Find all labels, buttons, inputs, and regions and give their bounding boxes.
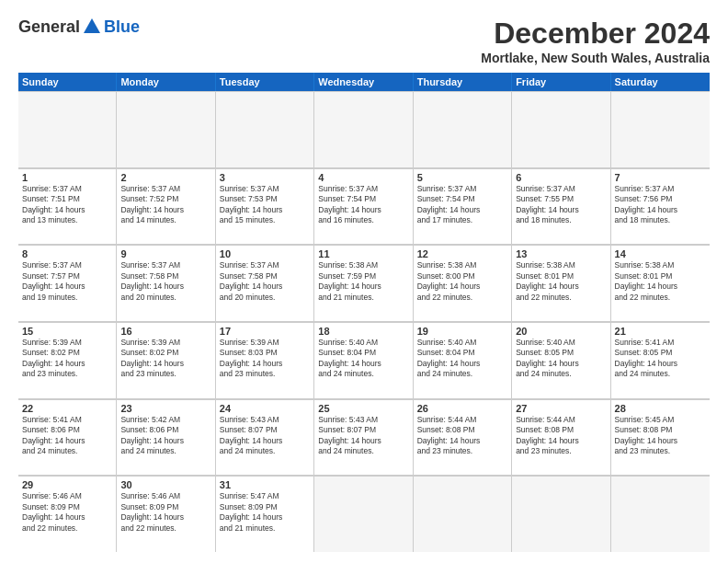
cell-info-5: Sunrise: 5:37 AMSunset: 7:54 PMDaylight:… — [417, 184, 507, 226]
day-cell-6: 6Sunrise: 5:37 AMSunset: 7:55 PMDaylight… — [512, 168, 610, 245]
cell-info-22: Sunrise: 5:41 AMSunset: 8:06 PMDaylight:… — [22, 415, 112, 457]
cell-info-8: Sunrise: 5:37 AMSunset: 7:57 PMDaylight:… — [22, 260, 112, 303]
day-cell-23: 23Sunrise: 5:42 AMSunset: 8:06 PMDayligh… — [117, 399, 215, 476]
calendar-row-2: 8Sunrise: 5:37 AMSunset: 7:57 PMDaylight… — [18, 245, 710, 322]
day-cell-13: 13Sunrise: 5:38 AMSunset: 8:01 PMDayligh… — [512, 245, 610, 321]
cell-info-4: Sunrise: 5:37 AMSunset: 7:54 PMDaylight:… — [318, 184, 408, 226]
day-number-16: 16 — [120, 326, 210, 337]
day-cell-19: 19Sunrise: 5:40 AMSunset: 8:04 PMDayligh… — [414, 322, 512, 398]
day-cell-31: 31Sunrise: 5:47 AMSunset: 8:09 PMDayligh… — [216, 476, 314, 552]
cell-info-20: Sunrise: 5:40 AMSunset: 8:05 PMDaylight:… — [516, 338, 606, 380]
svg-marker-0 — [84, 18, 100, 33]
calendar-row-1: 1Sunrise: 5:37 AMSunset: 7:51 PMDaylight… — [18, 168, 710, 246]
logo-general-text: General — [18, 17, 80, 37]
location: Mortlake, New South Wales, Australia — [481, 51, 710, 65]
cell-info-10: Sunrise: 5:37 AMSunset: 7:58 PMDaylight:… — [220, 260, 310, 303]
title-block: December 2024 Mortlake, New South Wales,… — [481, 17, 710, 65]
day-cell-21: 21Sunrise: 5:41 AMSunset: 8:05 PMDayligh… — [611, 322, 710, 398]
day-number-11: 11 — [318, 248, 408, 259]
day-number-30: 30 — [120, 479, 210, 490]
logo-blue-text: Blue — [104, 17, 140, 37]
cell-info-19: Sunrise: 5:40 AMSunset: 8:04 PMDaylight:… — [417, 338, 507, 380]
day-number-31: 31 — [220, 479, 310, 490]
cell-info-25: Sunrise: 5:43 AMSunset: 8:07 PMDaylight:… — [318, 415, 408, 457]
cell-info-24: Sunrise: 5:43 AMSunset: 8:07 PMDaylight:… — [220, 415, 310, 457]
day-number-3: 3 — [220, 172, 310, 183]
cell-info-15: Sunrise: 5:39 AMSunset: 8:02 PMDaylight:… — [22, 338, 112, 380]
day-number-4: 4 — [318, 172, 408, 183]
day-number-26: 26 — [417, 403, 507, 414]
day-cell-20: 20Sunrise: 5:40 AMSunset: 8:05 PMDayligh… — [512, 322, 610, 398]
empty-cell — [611, 91, 710, 167]
empty-cell — [216, 91, 314, 167]
calendar-row-0 — [18, 91, 710, 168]
cell-info-2: Sunrise: 5:37 AMSunset: 7:52 PMDaylight:… — [120, 184, 210, 226]
header-tuesday: Tuesday — [216, 73, 314, 91]
day-cell-8: 8Sunrise: 5:37 AMSunset: 7:57 PMDaylight… — [18, 245, 117, 321]
day-number-10: 10 — [220, 248, 310, 259]
header-thursday: Thursday — [414, 73, 512, 91]
empty-cell — [611, 476, 710, 552]
day-number-29: 29 — [22, 479, 112, 490]
day-cell-24: 24Sunrise: 5:43 AMSunset: 8:07 PMDayligh… — [216, 399, 314, 476]
day-cell-16: 16Sunrise: 5:39 AMSunset: 8:02 PMDayligh… — [117, 322, 215, 398]
cell-info-26: Sunrise: 5:44 AMSunset: 8:08 PMDaylight:… — [417, 415, 507, 457]
logo-icon — [82, 17, 102, 37]
day-cell-10: 10Sunrise: 5:37 AMSunset: 7:58 PMDayligh… — [216, 245, 314, 321]
cell-info-3: Sunrise: 5:37 AMSunset: 7:53 PMDaylight:… — [220, 184, 310, 226]
empty-cell — [314, 476, 413, 552]
logo: General Blue — [18, 17, 140, 37]
day-cell-5: 5Sunrise: 5:37 AMSunset: 7:54 PMDaylight… — [414, 168, 512, 245]
cell-info-30: Sunrise: 5:46 AMSunset: 8:09 PMDaylight:… — [120, 491, 210, 534]
day-cell-18: 18Sunrise: 5:40 AMSunset: 8:04 PMDayligh… — [314, 322, 413, 398]
day-number-19: 19 — [417, 326, 507, 337]
cell-info-14: Sunrise: 5:38 AMSunset: 8:01 PMDaylight:… — [615, 260, 706, 303]
calendar-row-5: 29Sunrise: 5:46 AMSunset: 8:09 PMDayligh… — [18, 476, 710, 552]
day-cell-12: 12Sunrise: 5:38 AMSunset: 8:00 PMDayligh… — [414, 245, 512, 321]
day-number-12: 12 — [417, 248, 507, 259]
header-wednesday: Wednesday — [314, 73, 413, 91]
empty-cell — [512, 91, 610, 167]
day-cell-28: 28Sunrise: 5:45 AMSunset: 8:08 PMDayligh… — [611, 399, 710, 476]
day-number-7: 7 — [615, 172, 706, 183]
day-number-13: 13 — [516, 248, 606, 259]
cell-info-6: Sunrise: 5:37 AMSunset: 7:55 PMDaylight:… — [516, 184, 606, 226]
header-saturday: Saturday — [611, 73, 710, 91]
day-number-21: 21 — [615, 326, 706, 337]
cell-info-13: Sunrise: 5:38 AMSunset: 8:01 PMDaylight:… — [516, 260, 606, 303]
cell-info-29: Sunrise: 5:46 AMSunset: 8:09 PMDaylight:… — [22, 491, 112, 534]
cell-info-28: Sunrise: 5:45 AMSunset: 8:08 PMDaylight:… — [615, 415, 706, 457]
calendar-row-3: 15Sunrise: 5:39 AMSunset: 8:02 PMDayligh… — [18, 322, 710, 399]
month-title: December 2024 — [481, 17, 710, 51]
day-number-17: 17 — [220, 326, 310, 337]
cell-info-11: Sunrise: 5:38 AMSunset: 7:59 PMDaylight:… — [318, 260, 408, 303]
cell-info-9: Sunrise: 5:37 AMSunset: 7:58 PMDaylight:… — [120, 260, 210, 303]
calendar-header: SundayMondayTuesdayWednesdayThursdayFrid… — [18, 73, 710, 91]
empty-cell — [18, 91, 117, 167]
cell-info-21: Sunrise: 5:41 AMSunset: 8:05 PMDaylight:… — [615, 338, 706, 380]
day-number-1: 1 — [22, 172, 112, 183]
empty-cell — [414, 91, 512, 167]
cell-info-16: Sunrise: 5:39 AMSunset: 8:02 PMDaylight:… — [120, 338, 210, 380]
cell-info-17: Sunrise: 5:39 AMSunset: 8:03 PMDaylight:… — [220, 338, 310, 380]
day-cell-2: 2Sunrise: 5:37 AMSunset: 7:52 PMDaylight… — [117, 168, 215, 245]
day-number-9: 9 — [120, 248, 210, 259]
day-number-5: 5 — [417, 172, 507, 183]
header-monday: Monday — [117, 73, 215, 91]
day-cell-11: 11Sunrise: 5:38 AMSunset: 7:59 PMDayligh… — [314, 245, 413, 321]
header-sunday: Sunday — [18, 73, 117, 91]
day-number-28: 28 — [615, 403, 706, 414]
page-header: General Blue December 2024 Mortlake, New… — [18, 17, 710, 65]
cell-info-7: Sunrise: 5:37 AMSunset: 7:56 PMDaylight:… — [615, 184, 706, 226]
day-number-6: 6 — [516, 172, 606, 183]
empty-cell — [314, 91, 413, 167]
day-cell-17: 17Sunrise: 5:39 AMSunset: 8:03 PMDayligh… — [216, 322, 314, 398]
day-number-15: 15 — [22, 326, 112, 337]
day-cell-1: 1Sunrise: 5:37 AMSunset: 7:51 PMDaylight… — [18, 168, 117, 245]
day-cell-26: 26Sunrise: 5:44 AMSunset: 8:08 PMDayligh… — [414, 399, 512, 476]
cell-info-31: Sunrise: 5:47 AMSunset: 8:09 PMDaylight:… — [220, 491, 310, 534]
day-cell-30: 30Sunrise: 5:46 AMSunset: 8:09 PMDayligh… — [117, 476, 215, 552]
cell-info-23: Sunrise: 5:42 AMSunset: 8:06 PMDaylight:… — [120, 415, 210, 457]
day-number-27: 27 — [516, 403, 606, 414]
cell-info-27: Sunrise: 5:44 AMSunset: 8:08 PMDaylight:… — [516, 415, 606, 457]
